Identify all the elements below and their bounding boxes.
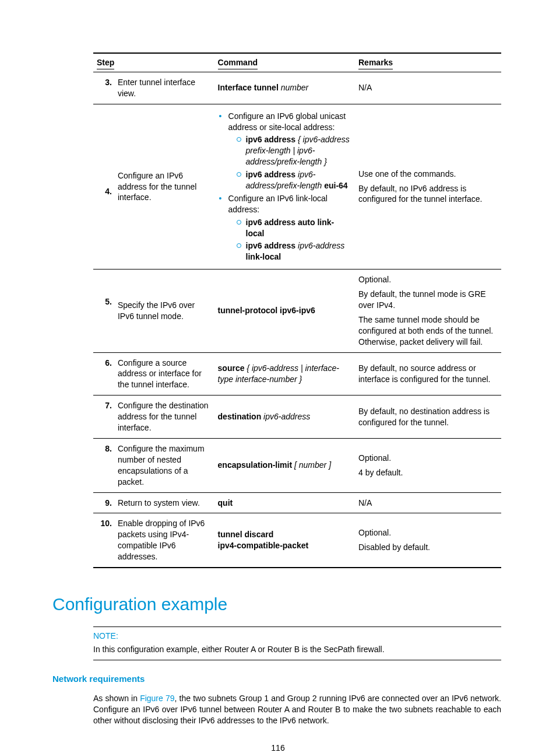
step-number: 9. — [93, 492, 114, 513]
step-desc: Enter tunnel interface view. — [114, 72, 214, 104]
step-number: 10. — [93, 513, 114, 568]
step-remarks: Optional. By default, the tunnel mode is… — [355, 270, 501, 352]
table-row: 6. Configure a source address or interfa… — [93, 352, 501, 396]
step-number: 6. — [93, 352, 114, 396]
step-command: tunnel-protocol ipv6-ipv6 — [214, 270, 355, 352]
table-row: 5. Specify the IPv6 over IPv6 tunnel mod… — [93, 270, 501, 352]
step-desc: Configure the maximum number of nested e… — [114, 438, 214, 492]
step-remarks: Optional. 4 by default. — [355, 438, 501, 492]
step-command: Configure an IPv6 global unicast address… — [214, 104, 355, 270]
step-remarks: N/A — [355, 492, 501, 513]
step-remarks: By default, no source address or interfa… — [355, 352, 501, 396]
table-row: 8. Configure the maximum number of neste… — [93, 438, 501, 492]
table-row: 10. Enable dropping of IPv6 packets usin… — [93, 513, 501, 568]
col-step: Step — [93, 53, 214, 72]
step-number: 3. — [93, 72, 114, 104]
step-command: tunnel discard ipv4-compatible-packet — [214, 513, 355, 568]
step-number: 5. — [93, 270, 114, 352]
page-number: 116 — [52, 743, 504, 754]
step-remarks: Use one of the commands. By default, no … — [355, 104, 501, 270]
step-number: 7. — [93, 396, 114, 439]
section-heading: Configuration example — [52, 593, 504, 617]
body-paragraph: As shown in Figure 79, the two subnets G… — [93, 693, 501, 726]
subsection-heading: Network requirements — [52, 673, 504, 685]
step-command: Interface tunnel number — [214, 72, 355, 104]
note-text: In this configuration example, either Ro… — [93, 644, 501, 655]
page-container: Step Command Remarks 3. Enter tunnel int… — [0, 0, 556, 756]
step-remarks: Optional. Disabled by default. — [355, 513, 501, 568]
step-number: 8. — [93, 438, 114, 492]
table-header-row: Step Command Remarks — [93, 53, 501, 72]
figure-link[interactable]: Figure 79 — [140, 694, 174, 703]
step-command: source { ipv6-address | interface-type i… — [214, 352, 355, 396]
step-number: 4. — [93, 104, 114, 270]
table-row: 7. Configure the destination address for… — [93, 396, 501, 439]
step-command: encapsulation-limit [ number ] — [214, 438, 355, 492]
note-block: NOTE: In this configuration example, eit… — [93, 626, 501, 660]
step-remarks: N/A — [355, 72, 501, 104]
table-row: 4. Configure an IPv6 address for the tun… — [93, 104, 501, 270]
step-desc: Specify the IPv6 over IPv6 tunnel mode. — [114, 270, 214, 352]
step-desc: Configure a source address or interface … — [114, 352, 214, 396]
step-command: quit — [214, 492, 355, 513]
note-label: NOTE: — [93, 631, 501, 642]
step-remarks: By default, no destination address is co… — [355, 396, 501, 439]
steps-table: Step Command Remarks 3. Enter tunnel int… — [93, 52, 501, 568]
step-desc: Return to system view. — [114, 492, 214, 513]
col-command: Command — [214, 53, 355, 72]
step-desc: Configure an IPv6 address for the tunnel… — [114, 104, 214, 270]
step-desc: Configure the destination address for th… — [114, 396, 214, 439]
table-row: 9. Return to system view. quit N/A — [93, 492, 501, 513]
table-row: 3. Enter tunnel interface view. Interfac… — [93, 72, 501, 104]
step-command: destination ipv6-address — [214, 396, 355, 439]
step-desc: Enable dropping of IPv6 packets using IP… — [114, 513, 214, 568]
col-remarks: Remarks — [355, 53, 501, 72]
